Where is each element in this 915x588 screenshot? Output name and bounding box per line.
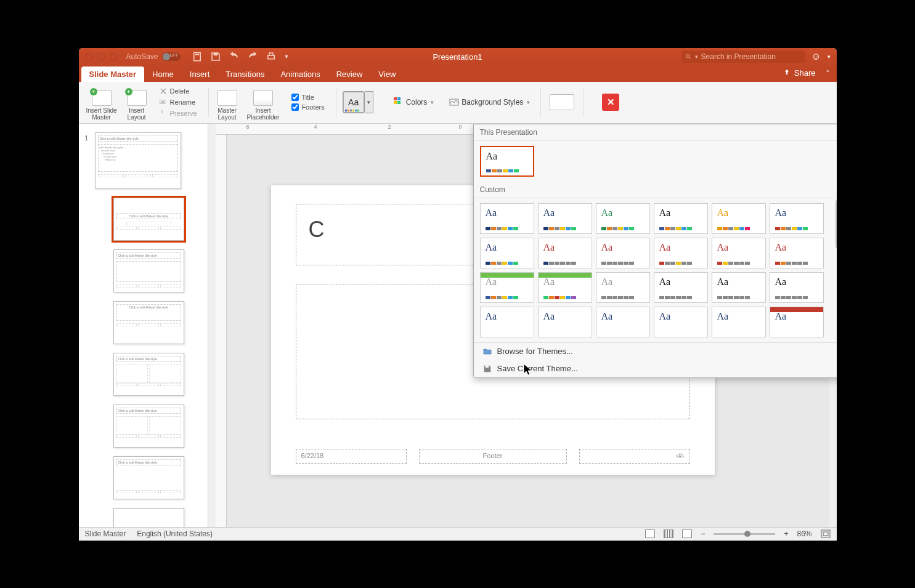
date-placeholder[interactable]: 6/22/18 bbox=[296, 449, 407, 464]
theme-preset[interactable]: Aa bbox=[480, 272, 534, 303]
theme-preset[interactable]: Aa bbox=[654, 307, 708, 337]
insert-slide-master-label: Insert Slide Master bbox=[86, 107, 117, 121]
slide-size-button[interactable] bbox=[547, 84, 577, 121]
footers-checkbox[interactable]: Footers bbox=[289, 103, 327, 111]
feedback-dropdown-icon[interactable]: ▾ bbox=[828, 54, 831, 60]
qat-dropdown-icon[interactable]: ▼ bbox=[284, 54, 290, 60]
theme-preset[interactable]: Aa bbox=[596, 203, 650, 234]
zoom-slider[interactable] bbox=[714, 533, 775, 535]
theme-preset[interactable]: Aa bbox=[480, 203, 534, 234]
checkbox-input[interactable] bbox=[291, 103, 299, 111]
footer-placeholder[interactable]: Footer bbox=[419, 449, 567, 464]
save-theme-button[interactable]: Save Current Theme... bbox=[474, 360, 837, 377]
insert-layout-button[interactable]: + Insert Layout bbox=[124, 84, 149, 121]
master-layout-button[interactable]: Master Layout bbox=[215, 84, 240, 121]
search-box[interactable]: ▾ bbox=[681, 50, 805, 63]
sorter-view-button[interactable] bbox=[664, 530, 673, 538]
theme-preset[interactable]: Aa bbox=[480, 238, 534, 268]
theme-preset[interactable]: Aa bbox=[770, 307, 824, 337]
tab-home[interactable]: Home bbox=[144, 66, 182, 82]
print-icon[interactable] bbox=[266, 51, 277, 62]
background-styles-button[interactable]: Background Styles▼ bbox=[445, 96, 534, 108]
theme-preset[interactable]: Aa bbox=[480, 307, 534, 337]
share-button[interactable]: Share ⌃ bbox=[783, 68, 831, 78]
workspace: 1 Click to edit Master title style Edit … bbox=[79, 124, 837, 527]
layout-thumbnail[interactable]: Click to edit Master title style bbox=[113, 405, 184, 448]
theme-preset[interactable]: Aa bbox=[538, 307, 592, 337]
close-window-button[interactable] bbox=[85, 53, 92, 60]
normal-view-button[interactable] bbox=[645, 530, 655, 538]
theme-preset[interactable]: Aa bbox=[654, 238, 708, 268]
zoom-in-button[interactable]: + bbox=[784, 530, 788, 538]
tab-review[interactable]: Review bbox=[328, 66, 371, 82]
insert-placeholder-button[interactable]: Insert Placeholder bbox=[245, 84, 282, 121]
preserve-button[interactable]: Preserve bbox=[157, 108, 200, 118]
themes-dropdown-button[interactable]: ▼ bbox=[365, 91, 373, 113]
autosave-toggle[interactable]: AutoSave OFF bbox=[126, 52, 181, 61]
search-dropdown-icon[interactable]: ▾ bbox=[695, 54, 698, 60]
themes-scrollbar[interactable] bbox=[835, 199, 837, 341]
tab-animations[interactable]: Animations bbox=[272, 66, 328, 82]
close-master-button[interactable]: ✕ bbox=[602, 94, 619, 111]
zoom-out-button[interactable]: − bbox=[701, 530, 705, 538]
slide-thumbnail-panel[interactable]: 1 Click to edit Master title style Edit … bbox=[79, 124, 208, 527]
insert-slide-master-button[interactable]: + Insert Slide Master bbox=[84, 84, 120, 121]
save-theme-label: Save Current Theme... bbox=[497, 364, 578, 373]
theme-aa-icon: Aa bbox=[775, 242, 787, 253]
panel-scrollbar[interactable] bbox=[208, 124, 216, 527]
rename-button[interactable]: abRename bbox=[157, 97, 200, 107]
theme-preset[interactable]: Aa bbox=[712, 307, 766, 337]
theme-preset[interactable]: Aa bbox=[480, 146, 534, 177]
layout-thumbnail[interactable]: Click to edit Master title style bbox=[113, 198, 184, 241]
tab-slide-master[interactable]: Slide Master bbox=[81, 66, 145, 82]
master-thumbnail[interactable]: Click to edit Master title style Edit Ma… bbox=[95, 132, 181, 189]
browse-themes-button[interactable]: Browse for Themes... bbox=[474, 343, 837, 360]
theme-preset[interactable]: Aa bbox=[538, 272, 592, 303]
themes-button[interactable]: Aa bbox=[343, 91, 365, 113]
theme-preset[interactable]: Aa bbox=[654, 203, 708, 234]
fit-to-window-button[interactable] bbox=[821, 530, 831, 538]
colors-button[interactable]: Colors▼ bbox=[390, 96, 439, 108]
theme-preset[interactable]: Aa bbox=[538, 238, 592, 268]
status-language[interactable]: English (United States) bbox=[137, 530, 213, 538]
search-input[interactable] bbox=[701, 52, 802, 61]
layout-thumbnail[interactable]: Click to edit Master title style bbox=[113, 301, 184, 344]
collapse-ribbon-icon[interactable]: ⌃ bbox=[825, 69, 831, 77]
toggle-switch[interactable]: OFF bbox=[162, 52, 181, 61]
theme-preset[interactable]: Aa bbox=[712, 238, 766, 268]
redo-icon[interactable] bbox=[247, 51, 258, 62]
layout-thumbnail[interactable] bbox=[113, 508, 184, 527]
theme-preset[interactable]: Aa bbox=[712, 272, 766, 303]
layout-thumbnail[interactable]: Click to edit Master title style bbox=[113, 249, 184, 292]
theme-preset[interactable]: Aa bbox=[770, 203, 824, 234]
minimize-window-button[interactable] bbox=[97, 53, 105, 60]
theme-preset[interactable]: Aa bbox=[596, 272, 650, 303]
reading-view-button[interactable] bbox=[682, 530, 692, 538]
slide-number-placeholder[interactable]: ‹#› bbox=[579, 449, 690, 464]
scrollbar-thumb[interactable] bbox=[836, 199, 837, 249]
theme-preset[interactable]: Aa bbox=[596, 238, 650, 268]
title-checkbox[interactable]: Title bbox=[289, 93, 327, 102]
zoom-level[interactable]: 86% bbox=[797, 530, 811, 538]
tab-view[interactable]: View bbox=[370, 66, 404, 82]
zoom-window-button[interactable] bbox=[110, 53, 117, 60]
theme-preset[interactable]: Aa bbox=[770, 238, 824, 268]
tab-transitions[interactable]: Transitions bbox=[218, 66, 272, 82]
tab-insert[interactable]: Insert bbox=[182, 66, 218, 82]
file-icon[interactable] bbox=[192, 51, 203, 62]
theme-preset[interactable]: Aa bbox=[712, 203, 766, 234]
save-icon[interactable] bbox=[210, 51, 221, 62]
checkbox-input[interactable] bbox=[291, 94, 299, 101]
theme-preset[interactable]: Aa bbox=[538, 203, 592, 234]
undo-icon[interactable] bbox=[229, 51, 240, 62]
theme-preset[interactable]: Aa bbox=[654, 272, 708, 303]
theme-aa-icon: Aa bbox=[775, 207, 787, 219]
themes-grid-custom: AaAaAaAaAaAaAaAaAaAaAaAaAaAaAaAaAaAaAaAa… bbox=[474, 198, 837, 342]
feedback-icon[interactable]: ☺ bbox=[811, 51, 821, 62]
theme-preset[interactable]: Aa bbox=[596, 307, 650, 337]
delete-button[interactable]: Delete bbox=[157, 86, 200, 96]
layout-thumbnail[interactable]: Click to edit Master title style bbox=[113, 353, 184, 396]
theme-preset[interactable]: Aa bbox=[770, 272, 824, 303]
ribbon-tabs: Slide Master Home Insert Transitions Ani… bbox=[79, 66, 837, 82]
layout-thumbnail[interactable]: Click to edit Master title style bbox=[113, 456, 184, 499]
